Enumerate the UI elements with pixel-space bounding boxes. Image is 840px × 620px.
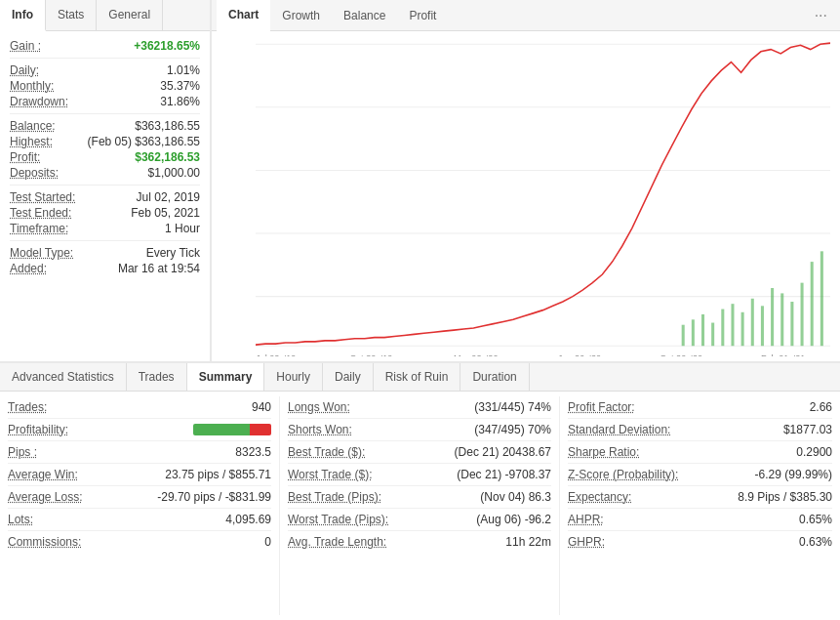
sharpe-ratio-row: Sharpe Ratio: 0.2900 [568,441,832,464]
sharpe-ratio-label: Sharpe Ratio: [568,445,639,459]
gain-value: +36218.65% [134,39,200,53]
highest-row: Highest: (Feb 05) $363,186.55 [10,135,200,148]
profit-bar-green [193,424,250,435]
avg-trade-length-row: Avg. Trade Length: 11h 22m [288,531,551,553]
profit-label: Profit: [10,150,40,164]
gain-row: Gain : +36218.65% [10,39,200,53]
profitability-label: Profitability: [8,423,68,436]
shorts-won-value: (347/495) 70% [474,423,551,436]
tab-hourly[interactable]: Hourly [264,363,323,391]
tab-chart[interactable]: Chart [217,0,270,31]
tab-general[interactable]: General [97,0,163,30]
growth-chart: 40K% 32K% 24K% 16K% 8K% 0% Jul 02, '19 O [256,41,830,356]
model-type-label: Model Type: [10,246,73,260]
svg-rect-28 [780,293,783,346]
avg-win-row: Average Win: 23.75 pips / $855.71 [8,464,271,486]
tab-duration[interactable]: Duration [460,363,529,391]
main-container: Info Stats General Gain : +36218.65% Dai… [0,0,840,620]
worst-trade-dollar-row: Worst Trade ($): (Dec 21) -9708.37 [288,464,551,486]
highest-label: Highest: [10,135,53,148]
svg-rect-26 [761,306,764,346]
svg-rect-31 [811,262,814,346]
balance-value: $363,186.55 [135,119,200,133]
tab-balance[interactable]: Balance [332,1,397,30]
worst-trade-pips-label: Worst Trade (Pips): [288,513,388,526]
stats-col-1: Trades: 940 Profitability: Pips : 8323.5… [0,396,280,615]
svg-rect-23 [731,304,734,346]
info-content: Gain : +36218.65% Daily: 1.01% Monthly: … [0,31,210,285]
tab-risk-of-ruin[interactable]: Risk of Ruin [374,363,461,391]
deposits-row: Deposits: $1,000.00 [10,166,200,180]
profit-factor-row: Profit Factor: 2.66 [568,396,832,419]
tab-profit[interactable]: Profit [397,1,448,30]
lots-label: Lots: [8,513,33,526]
best-trade-dollar-label: Best Trade ($): [288,445,365,459]
tab-summary[interactable]: Summary [187,363,265,391]
longs-won-label: Longs Won: [288,400,350,414]
balance-label: Balance: [10,119,56,133]
longs-won-value: (331/445) 74% [474,400,551,414]
left-panel: Info Stats General Gain : +36218.65% Dai… [0,0,210,361]
ahpr-row: AHPR: 0.65% [568,509,832,531]
shorts-won-label: Shorts Won: [288,423,352,436]
monthly-row: Monthly: 35.37% [10,79,200,93]
bottom-tabs-bar: Advanced Statistics Trades Summary Hourl… [0,363,840,392]
pips-label: Pips : [8,445,37,459]
worst-trade-pips-value: (Aug 06) -96.2 [476,513,551,526]
svg-rect-32 [820,251,823,346]
avg-loss-row: Average Loss: -29.70 pips / -$831.99 [8,486,271,509]
added-value: Mar 16 at 19:54 [118,262,200,275]
best-trade-dollar-row: Best Trade ($): (Dec 21) 20438.67 [288,441,551,464]
expectancy-row: Expectancy: 8.9 Pips / $385.30 [568,486,832,509]
commissions-row: Commissions: 0 [8,531,271,553]
deposits-label: Deposits: [10,166,59,180]
svg-text:Oct 30, '19: Oct 30, '19 [349,352,392,356]
deposits-value: $1,000.00 [148,166,200,180]
svg-rect-22 [721,310,724,347]
test-started-value: Jul 02, 2019 [137,190,200,204]
drawdown-value: 31.86% [160,95,200,108]
worst-trade-dollar-label: Worst Trade ($): [288,468,372,481]
timeframe-value: 1 Hour [165,222,200,235]
balance-row: Balance: $363,186.55 [10,119,200,133]
profit-bar-red [250,424,271,435]
svg-text:Oct 20, '20: Oct 20, '20 [660,352,702,356]
daily-value: 1.01% [167,63,200,77]
top-section: Info Stats General Gain : +36218.65% Dai… [0,0,840,361]
zscore-row: Z-Score (Probability): -6.29 (99.99%) [568,464,832,486]
svg-rect-29 [790,302,793,346]
profitability-bar [193,424,271,435]
tab-advanced-statistics[interactable]: Advanced Statistics [0,363,127,391]
monthly-label: Monthly: [10,79,54,93]
profit-factor-label: Profit Factor: [568,400,635,414]
svg-rect-20 [701,314,704,346]
more-options-button[interactable]: ··· [807,2,835,29]
timeframe-label: Timeframe: [10,222,68,235]
timeframe-row: Timeframe: 1 Hour [10,222,200,235]
svg-rect-30 [801,283,804,347]
added-label: Added: [10,262,47,275]
added-row: Added: Mar 16 at 19:54 [10,262,200,275]
zscore-value: -6.29 (99.99%) [755,468,832,481]
pips-row: Pips : 8323.5 [8,441,271,464]
tab-stats[interactable]: Stats [46,0,97,30]
lots-value: 4,095.69 [225,513,271,526]
chart-area: 40K% 32K% 24K% 16K% 8K% 0% Jul 02, '19 O [212,31,840,361]
bottom-section: Advanced Statistics Trades Summary Hourl… [0,363,840,620]
profit-factor-value: 2.66 [810,400,832,414]
trades-row: Trades: 940 [8,396,271,419]
drawdown-label: Drawdown: [10,95,68,108]
avg-trade-length-label: Avg. Trade Length: [288,535,386,549]
tab-info[interactable]: Info [0,0,46,31]
avg-win-label: Average Win: [8,468,78,481]
avg-loss-label: Average Loss: [8,490,83,504]
tab-trades[interactable]: Trades [127,363,187,391]
tab-daily[interactable]: Daily [323,363,374,391]
stats-col-2: Longs Won: (331/445) 74% Shorts Won: (34… [280,396,560,615]
left-tabs-bar: Info Stats General [0,0,210,31]
best-trade-pips-label: Best Trade (Pips): [288,490,381,504]
avg-loss-value: -29.70 pips / -$831.99 [157,490,271,504]
svg-rect-21 [711,323,714,347]
tab-growth[interactable]: Growth [270,1,332,30]
svg-rect-27 [771,288,774,346]
